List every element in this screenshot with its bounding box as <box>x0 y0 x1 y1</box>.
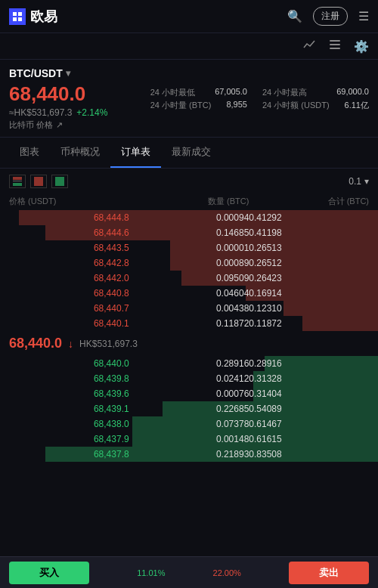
settings-icon[interactable]: ⚙️ <box>354 39 369 54</box>
price-change: +2.14% <box>76 107 107 118</box>
bid-row[interactable]: 68,439.10.226850.54089 <box>0 401 378 416</box>
view-bids-icon[interactable] <box>51 175 68 188</box>
pair-row: BTC/USDT ▾ 68,440.0 ≈HK$531,697.3 +2.14%… <box>9 67 369 131</box>
sell-button[interactable]: 卖出 <box>289 562 369 584</box>
menu-icon[interactable]: ☰ <box>358 9 369 23</box>
ob-header: 价格 (USDT) 数量 (BTC) 合计 (BTC) <box>0 194 378 210</box>
tab-overview[interactable]: 币种概况 <box>50 138 110 168</box>
chevron-down-icon: ▾ <box>364 176 369 187</box>
register-button[interactable]: 注册 <box>313 7 348 26</box>
search-icon[interactable]: 🔍 <box>287 9 302 23</box>
svg-rect-8 <box>13 181 22 181</box>
tab-chart[interactable]: 图表 <box>9 138 50 168</box>
list-icon[interactable] <box>328 38 342 54</box>
ob-view-icons <box>9 175 68 188</box>
svg-rect-5 <box>330 44 340 45</box>
mid-price-value: 68,440.0 <box>9 336 62 351</box>
ask-row[interactable]: 68,440.70.004380.12310 <box>0 301 378 316</box>
svg-rect-4 <box>330 40 340 42</box>
stat-vol-btc: 24 小时量 (BTC) 8,955 <box>150 100 247 111</box>
header: 欧易 🔍 注册 ☰ <box>0 0 378 33</box>
chart-icon[interactable] <box>302 38 316 54</box>
view-asks-icon[interactable] <box>30 175 47 188</box>
bid-row[interactable]: 68,440.00.289160.28916 <box>0 356 378 371</box>
pair-stats: 24 小时最低 67,005.0 24 小时最高 69,000.0 24 小时量… <box>150 87 369 111</box>
asks-container: 68,444.80.000940.4129268,444.60.146850.4… <box>0 210 378 331</box>
svg-rect-11 <box>55 177 64 186</box>
svg-rect-3 <box>18 17 22 21</box>
svg-rect-10 <box>34 177 43 186</box>
bid-row[interactable]: 68,437.80.218930.83508 <box>0 447 378 462</box>
buy-button[interactable]: 买入 <box>9 562 89 584</box>
tabs: 图表 币种概况 订单表 最新成交 <box>0 138 378 169</box>
ob-toolbar: 0.1 ▾ <box>0 169 378 194</box>
bids-container: 68,440.00.289160.2891668,439.80.024120.3… <box>0 356 378 462</box>
tab-trades[interactable]: 最新成交 <box>161 138 222 168</box>
hkd-price: ≈HK$531,697.3 <box>9 107 72 118</box>
svg-rect-9 <box>13 183 22 186</box>
mid-price-row: 68,440.0 ↓ HK$531,697.3 <box>0 331 378 356</box>
bottom-left-percent: 11.01% <box>137 568 165 577</box>
ask-row[interactable]: 68,442.00.095090.26423 <box>0 271 378 286</box>
svg-rect-6 <box>330 48 340 49</box>
ask-row[interactable]: 68,442.80.000890.26512 <box>0 255 378 271</box>
bid-row[interactable]: 68,439.60.000760.31404 <box>0 386 378 401</box>
bid-row[interactable]: 68,438.00.073780.61467 <box>0 416 378 432</box>
mid-price-hkd: HK$531,697.3 <box>79 339 138 349</box>
pair-dropdown-icon[interactable]: ▾ <box>66 68 70 79</box>
pair-name: BTC/USDT ▾ <box>9 67 150 79</box>
ask-row[interactable]: 68,440.80.046040.16914 <box>0 286 378 301</box>
logo-text: 欧易 <box>30 8 57 26</box>
header-right: 🔍 注册 ☰ <box>287 7 369 26</box>
btc-label: 比特币 价格 ↗ <box>9 119 150 131</box>
ask-row[interactable]: 68,444.80.000940.41292 <box>0 210 378 225</box>
stat-high: 24 小时最高 69,000.0 <box>262 87 369 98</box>
main-price: 68,440.0 <box>9 82 150 106</box>
bottom-right-percent: 22.00% <box>213 568 241 577</box>
stat-low: 24 小时最低 67,005.0 <box>150 87 247 98</box>
ask-row[interactable]: 68,443.50.000010.26513 <box>0 240 378 255</box>
bottom-bar: 买入 11.01% 22.00% 卖出 <box>0 556 378 588</box>
price-section: BTC/USDT ▾ 68,440.0 ≈HK$531,697.3 +2.14%… <box>0 60 378 138</box>
view-both-icon[interactable] <box>9 175 26 188</box>
svg-rect-2 <box>13 17 17 21</box>
ask-row[interactable]: 68,440.10.118720.11872 <box>0 316 378 331</box>
precision-selector[interactable]: 0.1 ▾ <box>349 176 369 187</box>
logo-icon <box>9 8 26 25</box>
mid-price-arrow: ↓ <box>68 338 73 350</box>
tab-orderbook[interactable]: 订单表 <box>110 138 161 168</box>
svg-rect-0 <box>13 12 17 16</box>
ask-row[interactable]: 68,444.60.146850.41198 <box>0 225 378 240</box>
sub-header: ⚙️ <box>0 33 378 60</box>
stat-vol-usdt: 24 小时额 (USDT) 6.11亿 <box>262 100 369 111</box>
svg-rect-1 <box>18 12 22 16</box>
bid-row[interactable]: 68,437.90.001480.61615 <box>0 432 378 447</box>
bid-row[interactable]: 68,439.80.024120.31328 <box>0 371 378 386</box>
price-hkd-row: ≈HK$531,697.3 +2.14% <box>9 107 150 118</box>
external-link-icon[interactable]: ↗ <box>56 120 63 130</box>
svg-rect-7 <box>13 177 22 180</box>
logo: 欧易 <box>9 8 57 26</box>
